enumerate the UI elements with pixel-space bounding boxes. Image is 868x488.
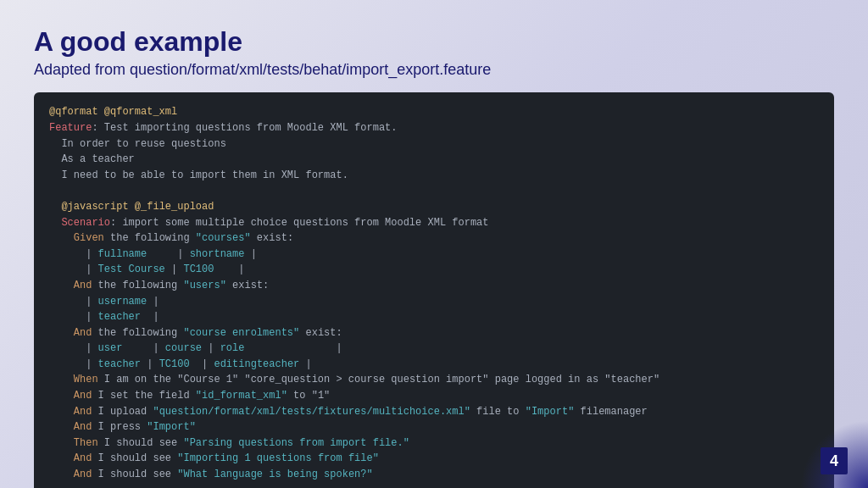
code-line-19: And I set the field "id_format_xml" to "… [49, 388, 819, 404]
code-line-6 [49, 183, 819, 199]
code-line-8: Scenario: import some multiple choice qu… [49, 215, 819, 231]
code-line-21: And I press "Import" [49, 419, 819, 435]
code-line-11: | Test Course | TC100 | [49, 262, 819, 278]
code-line-15: And the following "course enrolments" ex… [49, 325, 819, 341]
code-line-9: Given the following "courses" exist: [49, 230, 819, 247]
code-line-5: I need to be able to import them in XML … [49, 168, 819, 184]
code-line-7: @javascript @_file_upload [49, 199, 819, 215]
code-line-1: @qformat @qformat_xml [49, 104, 819, 120]
code-line-20: And I upload "question/format/xml/tests/… [49, 404, 819, 420]
code-line-2: Feature: Test importing questions from M… [49, 120, 819, 136]
code-line-17: | teacher | TC100 | editingteacher | [49, 357, 819, 373]
page-number: 4 [821, 447, 848, 474]
code-line-22: Then I should see "Parsing questions fro… [49, 435, 819, 452]
code-line-23: And I should see "Importing 1 questions … [49, 451, 819, 467]
code-line-18: When I am on the "Course 1" "core_questi… [49, 372, 819, 388]
code-block: @qformat @qformat_xml Feature: Test impo… [34, 92, 834, 488]
code-line-3: In order to reuse questions [49, 136, 819, 152]
slide: A good example Adapted from question/for… [0, 0, 868, 488]
code-line-12: And the following "users" exist: [49, 278, 819, 294]
code-line-10: | fullname | shortname | [49, 247, 819, 263]
code-line-14: | teacher | [49, 309, 819, 325]
slide-subtitle: Adapted from question/format/xml/tests/b… [34, 61, 834, 79]
slide-title: A good example [34, 25, 834, 58]
code-line-24: And I should see "What language is being… [49, 467, 819, 483]
code-line-13: | username | [49, 294, 819, 310]
code-line-4: As a teacher [49, 152, 819, 168]
code-line-16: | user | course | role | [49, 341, 819, 357]
